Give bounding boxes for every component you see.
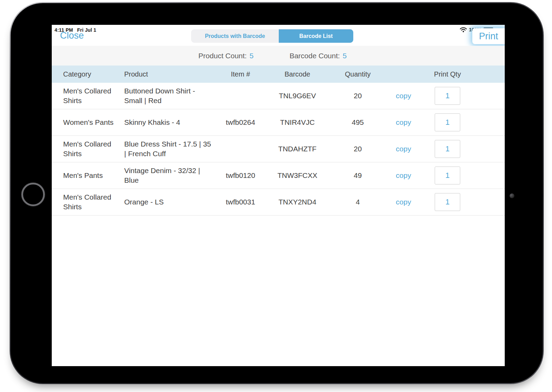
table-row: Women's Pants Skinny Khakis - 4 twfb0264…	[52, 109, 505, 136]
copy-button[interactable]: copy	[396, 92, 411, 100]
app-screen: 4:11 PMFri Jul 1 100% Close Products wit…	[52, 25, 505, 366]
tab-products-with-barcode[interactable]: Products with Barcode	[191, 29, 279, 43]
item-number-cell: twfb0120	[215, 171, 266, 180]
camera-icon	[510, 193, 514, 198]
segmented-control: Products with Barcode Barcode List	[191, 29, 353, 43]
close-button[interactable]: Close	[60, 30, 84, 41]
copy-cell: copy	[387, 144, 420, 154]
print-qty-input[interactable]	[435, 167, 460, 184]
print-qty-cell	[420, 113, 475, 131]
copy-cell: copy	[387, 118, 420, 127]
print-qty-cell	[420, 87, 475, 105]
quantity-cell: 4	[328, 197, 387, 207]
table-row: Men's Collared Shirts Blue Dress Shirt -…	[52, 136, 505, 162]
copy-cell: copy	[387, 197, 420, 207]
barcode-cell: TNW3FCXX	[266, 171, 328, 180]
product-cell: Buttoned Down Shirt - Small | Red	[124, 86, 215, 106]
product-cell: Vintage Denim - 32/32 | Blue	[124, 166, 215, 185]
product-count-label: Product Count:	[198, 52, 247, 60]
print-qty-input[interactable]	[435, 87, 460, 105]
product-cell: Orange - LS	[124, 197, 215, 207]
category-cell: Men's Pants	[63, 171, 124, 180]
header-print-qty: Print Qty	[420, 70, 475, 78]
tablet-bezel: 4:11 PMFri Jul 1 100% Close Products wit…	[11, 3, 543, 383]
tab-barcode-list[interactable]: Barcode List	[279, 29, 353, 43]
print-button[interactable]: Print	[479, 31, 498, 42]
print-qty-input[interactable]	[435, 113, 460, 131]
product-cell: Blue Dress Shirt - 17.5 | 35 | French Cu…	[124, 139, 215, 159]
home-button[interactable]	[21, 183, 45, 206]
table-row: Men's Collared Shirts Orange - LS twfb00…	[52, 189, 505, 215]
header-category: Category	[63, 70, 124, 78]
barcode-count-value: 5	[343, 52, 347, 60]
copy-button[interactable]: copy	[396, 171, 411, 179]
print-qty-cell	[420, 140, 475, 158]
quantity-cell: 495	[328, 118, 387, 127]
header-barcode: Barcode	[266, 70, 328, 78]
table-body: Men's Collared Shirts Buttoned Down Shir…	[52, 83, 505, 215]
product-count-value: 5	[249, 52, 254, 60]
quantity-cell: 20	[328, 144, 387, 154]
quantity-cell: 20	[328, 91, 387, 101]
header-item-number: Item #	[215, 70, 266, 78]
quantity-cell: 49	[328, 171, 387, 180]
barcode-cell: TNXY2ND4	[266, 197, 328, 207]
product-count: Product Count: 5	[198, 46, 254, 66]
print-qty-input[interactable]	[435, 193, 460, 211]
header-product: Product	[124, 70, 215, 78]
copy-button[interactable]: copy	[396, 198, 411, 206]
print-qty-cell	[420, 167, 475, 184]
page: 4:11 PMFri Jul 1 100% Close Products wit…	[0, 0, 552, 392]
copy-button[interactable]: copy	[396, 118, 411, 126]
copy-cell: copy	[387, 171, 420, 180]
barcode-count: Barcode Count: 5	[289, 46, 347, 66]
header-quantity: Quantity	[328, 70, 387, 78]
item-number-cell: twfb0264	[215, 118, 266, 127]
print-button-highlight: Print	[472, 28, 505, 44]
category-cell: Women's Pants	[63, 118, 124, 127]
table-row: Men's Pants Vintage Denim - 32/32 | Blue…	[52, 162, 505, 189]
print-qty-input[interactable]	[435, 140, 460, 158]
item-number-cell: twfb0031	[215, 197, 266, 207]
tablet-frame: 4:11 PMFri Jul 1 100% Close Products wit…	[10, 2, 544, 384]
copy-cell: copy	[387, 91, 420, 101]
wifi-icon	[460, 27, 467, 32]
category-cell: Men's Collared Shirts	[63, 86, 124, 106]
barcode-count-label: Barcode Count:	[289, 52, 340, 60]
table-header: Category Product Item # Barcode Quantity…	[52, 66, 505, 83]
table-row: Men's Collared Shirts Buttoned Down Shir…	[52, 83, 505, 109]
category-cell: Men's Collared Shirts	[63, 192, 124, 212]
count-bar: Product Count: 5 Barcode Count: 5	[52, 46, 505, 66]
barcode-cell: TNL9G6EV	[266, 91, 328, 101]
copy-button[interactable]: copy	[396, 145, 411, 153]
barcode-cell: TNDAHZTF	[266, 144, 328, 154]
category-cell: Men's Collared Shirts	[63, 139, 124, 159]
print-qty-cell	[420, 193, 475, 211]
product-cell: Skinny Khakis - 4	[124, 118, 215, 127]
barcode-cell: TNIR4VJC	[266, 118, 328, 127]
